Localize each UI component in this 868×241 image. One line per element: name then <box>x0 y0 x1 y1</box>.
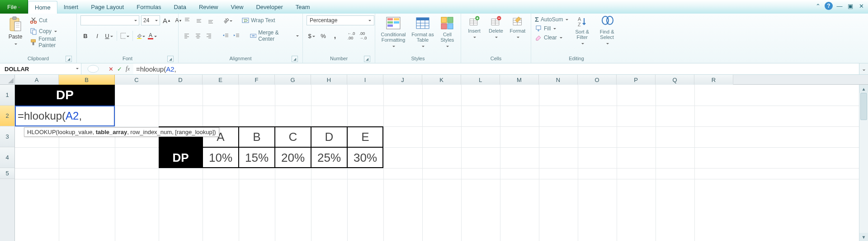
format-as-table-button[interactable]: Format as Table <box>410 15 435 49</box>
font-dialog-launcher[interactable]: ◢ <box>167 56 174 62</box>
column-header-G[interactable]: G <box>275 75 311 85</box>
borders-button[interactable] <box>120 31 130 41</box>
bold-button[interactable]: B <box>80 31 90 41</box>
column-header-B[interactable]: B <box>59 75 115 85</box>
align-middle-button[interactable] <box>194 15 204 25</box>
cell-I3[interactable]: E <box>347 126 383 147</box>
font-size-combo[interactable]: 24 <box>141 15 160 25</box>
align-left-button[interactable] <box>182 31 192 41</box>
fill-color-button[interactable] <box>136 31 146 41</box>
tab-insert[interactable]: Insert <box>57 0 85 14</box>
fill-button[interactable]: Fill <box>535 25 568 32</box>
tab-developer[interactable]: Developer <box>250 0 289 14</box>
decrease-decimal-button[interactable]: .00→.0 <box>358 31 368 41</box>
copy-button[interactable]: Copy <box>30 26 73 36</box>
align-top-button[interactable] <box>182 15 192 25</box>
wrap-text-button[interactable]: Wrap Text <box>242 15 275 25</box>
font-color-button[interactable]: A <box>147 31 157 41</box>
align-right-button[interactable] <box>204 31 214 41</box>
row-header-2[interactable]: 2 <box>0 106 14 126</box>
column-header-H[interactable]: H <box>311 75 347 85</box>
cells-area[interactable]: DP =hlookup(A2, HLOOKUP(lookup_value, ta… <box>15 85 868 241</box>
column-header-C[interactable]: C <box>115 75 159 85</box>
tab-team[interactable]: Team <box>289 0 316 14</box>
column-header-O[interactable]: O <box>578 75 617 85</box>
cell-G3[interactable]: C <box>275 126 311 147</box>
window-minimize-icon[interactable]: — <box>835 2 844 10</box>
autosum-button[interactable]: ΣAutoSum <box>535 15 568 23</box>
scroll-thumb[interactable] <box>860 93 867 120</box>
tab-review[interactable]: Review <box>193 0 225 14</box>
cell-D4[interactable]: DP <box>159 147 203 168</box>
format-button[interactable]: Format <box>508 15 527 40</box>
delete-button[interactable]: Delete <box>486 15 505 40</box>
cancel-formula-button[interactable]: ✕ <box>108 66 113 72</box>
tab-formulas[interactable]: Formulas <box>130 0 167 14</box>
cell-G4[interactable]: 20% <box>275 147 311 168</box>
sort-filter-button[interactable]: AZ Sort & Filter <box>571 15 593 46</box>
column-header-M[interactable]: M <box>500 75 539 85</box>
cell-H4[interactable]: 25% <box>311 147 347 168</box>
row-header-1[interactable]: 1 <box>0 85 14 106</box>
tab-home[interactable]: Home <box>28 1 57 14</box>
cut-button[interactable]: Cut <box>30 15 73 25</box>
cell-F4[interactable]: 15% <box>239 147 275 168</box>
align-bottom-button[interactable] <box>206 15 216 25</box>
italic-button[interactable]: I <box>92 31 102 41</box>
insert-button[interactable]: Insert <box>465 15 484 40</box>
accept-formula-button[interactable]: ✓ <box>117 66 122 72</box>
clipboard-dialog-launcher[interactable]: ◢ <box>66 56 72 62</box>
select-all-button[interactable] <box>0 75 15 85</box>
cell-I4[interactable]: 30% <box>347 147 383 168</box>
underline-button[interactable]: U <box>104 31 114 41</box>
percent-button[interactable]: % <box>318 31 328 41</box>
increase-indent-button[interactable] <box>232 31 241 41</box>
column-header-I[interactable]: I <box>347 75 383 85</box>
column-header-E[interactable]: E <box>203 75 239 85</box>
row-header-4[interactable]: 4 <box>0 147 14 168</box>
column-header-A[interactable]: A <box>15 75 59 85</box>
column-header-F[interactable]: F <box>239 75 275 85</box>
cell-F3[interactable]: B <box>239 126 275 147</box>
alignment-dialog-launcher[interactable]: ◢ <box>292 56 298 62</box>
column-header-Q[interactable]: Q <box>656 75 694 85</box>
orientation-button[interactable]: ab <box>223 15 233 25</box>
window-restore-icon[interactable]: ▣ <box>846 2 854 10</box>
file-tab[interactable]: File <box>0 0 28 14</box>
tab-view[interactable]: View <box>225 0 250 14</box>
column-header-N[interactable]: N <box>539 75 578 85</box>
vertical-scrollbar[interactable]: ▲ ▼ <box>859 85 868 241</box>
row-header-3[interactable]: 3 <box>0 126 14 147</box>
column-header-L[interactable]: L <box>461 75 500 85</box>
number-dialog-launcher[interactable]: ◢ <box>364 56 370 62</box>
merge-center-button[interactable]: Merge & Center <box>250 31 299 41</box>
ribbon-minimize-icon[interactable]: ⌃ <box>814 2 822 10</box>
name-box[interactable]: DOLLAR <box>0 63 81 74</box>
formula-bar-input[interactable]: =hlookup(A2, <box>133 63 859 74</box>
cell-A1-B1-merged[interactable]: DP <box>15 85 115 106</box>
column-header-D[interactable]: D <box>159 75 203 85</box>
cell-styles-button[interactable]: Cell Styles <box>438 15 457 49</box>
increase-decimal-button[interactable]: ←.0.00 <box>346 31 356 41</box>
align-center-button[interactable] <box>193 31 203 41</box>
paste-button[interactable]: Paste <box>4 15 27 48</box>
window-close-icon[interactable]: ✕ <box>857 2 865 10</box>
cell-E4[interactable]: 10% <box>203 147 239 168</box>
column-header-J[interactable]: J <box>383 75 422 85</box>
column-header-P[interactable]: P <box>617 75 656 85</box>
help-icon[interactable]: ? <box>825 2 833 10</box>
find-select-button[interactable]: Find & Select <box>596 15 618 46</box>
column-header-R[interactable]: R <box>694 75 733 85</box>
scroll-up-button[interactable]: ▲ <box>859 85 868 93</box>
column-header-K[interactable]: K <box>422 75 461 85</box>
comma-button[interactable]: , <box>330 31 340 41</box>
clear-button[interactable]: Clear <box>535 34 568 41</box>
conditional-formatting-button[interactable]: Conditional Formatting <box>379 15 408 49</box>
scroll-down-button[interactable]: ▼ <box>859 233 868 241</box>
insert-function-button[interactable]: fx <box>126 65 130 72</box>
increase-font-button[interactable]: A▲ <box>162 15 172 25</box>
cell-H3[interactable]: D <box>311 126 347 147</box>
number-format-combo[interactable]: Percentage <box>307 15 374 25</box>
tab-page-layout[interactable]: Page Layout <box>85 0 130 14</box>
formula-bar-expand-button[interactable]: ⌄ <box>859 63 868 74</box>
